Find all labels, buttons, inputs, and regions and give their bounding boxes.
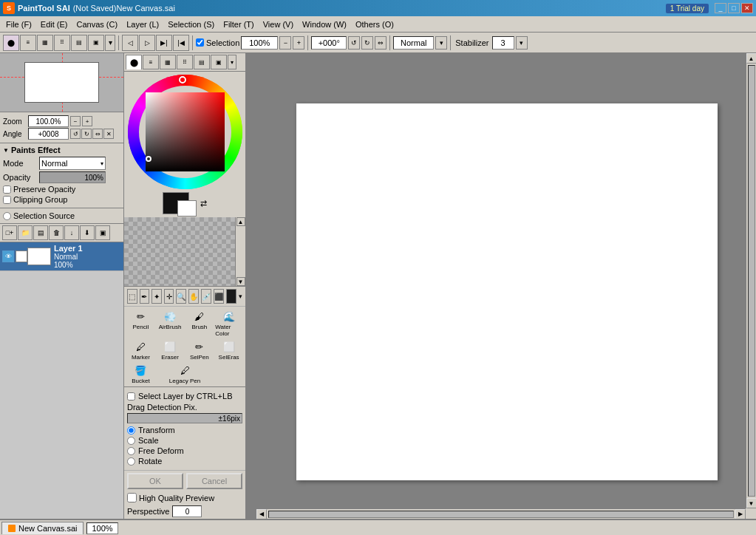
stabilizer-value-box[interactable]: 3 xyxy=(492,36,514,50)
move-tool-btn[interactable]: ✛ xyxy=(164,289,174,304)
layer-item[interactable]: 👁 ✏ Layer 1 Normal 100% xyxy=(0,242,123,271)
color-square[interactable] xyxy=(146,92,225,171)
select-layer-check[interactable] xyxy=(127,392,135,401)
angle-value[interactable]: +0008 xyxy=(28,128,69,140)
zoom-minus-btn[interactable]: − xyxy=(279,36,291,50)
close-button[interactable]: ✕ xyxy=(741,3,753,13)
swatches-btn[interactable]: ▤ xyxy=(71,35,87,51)
menu-edit[interactable]: Edit (E) xyxy=(36,18,72,30)
color-wheel-container[interactable] xyxy=(128,75,242,189)
eyedropper-btn[interactable]: 💉 xyxy=(201,289,211,304)
marker-tool[interactable]: 🖊 Marker xyxy=(126,338,155,361)
magic-wand-btn[interactable]: ✦ xyxy=(151,289,162,304)
watercolor-tool[interactable]: 🌊 Water Color xyxy=(214,308,243,338)
zoom-nav-value[interactable]: 100.0% xyxy=(28,115,69,127)
airbrush-tool[interactable]: 💨 AirBrush xyxy=(156,308,185,338)
perspective-value[interactable]: 0 xyxy=(172,505,202,517)
layer-edit-icon[interactable]: ✏ xyxy=(16,251,27,262)
angle-ccw-btn[interactable]: ↺ xyxy=(70,129,81,139)
color-tab-hsv[interactable]: ≡ xyxy=(143,55,159,69)
preserve-opacity-check[interactable] xyxy=(3,185,11,194)
rotation-value-box[interactable]: +000° xyxy=(311,36,347,50)
minimize-button[interactable]: _ xyxy=(715,3,726,13)
stabilizer-down-btn[interactable]: ▾ xyxy=(516,36,528,50)
hscroll-right-btn[interactable]: ▶ xyxy=(735,509,746,519)
flatten-btn[interactable]: ⬇ xyxy=(80,225,95,240)
canvas-tab[interactable]: New Canvas.sai xyxy=(1,522,84,534)
new-folder-btn[interactable]: 📁 xyxy=(18,225,33,240)
ok-button[interactable]: OK xyxy=(127,473,183,489)
selection-tool-btn[interactable]: ⬚ xyxy=(127,289,137,304)
nav-back-btn[interactable]: ◁ xyxy=(122,35,138,51)
nav-end-btn[interactable]: ▶| xyxy=(156,35,172,51)
menu-file[interactable]: File (F) xyxy=(1,18,36,30)
brush-scroll-up[interactable]: ▲ xyxy=(236,217,245,226)
grab-tool-btn[interactable]: ✋ xyxy=(188,289,199,304)
color-tab-more[interactable]: ▾ xyxy=(228,55,236,69)
scale-radio[interactable] xyxy=(127,437,135,445)
brush-scroll-down[interactable]: ▼ xyxy=(236,277,245,286)
selection-source-radio[interactable] xyxy=(3,212,11,220)
swap-colors-btn[interactable]: ⇄ xyxy=(200,199,207,208)
clipping-group-check[interactable] xyxy=(3,196,11,204)
color-tab-wheel[interactable]: ⬤ xyxy=(126,55,142,69)
selection-checkbox[interactable] xyxy=(196,38,204,47)
color-circle-btn[interactable]: ⬤ xyxy=(3,35,19,51)
layer-visibility-icon[interactable]: 👁 xyxy=(2,251,14,262)
vscroll-down-btn[interactable]: ▼ xyxy=(746,498,757,508)
rotate-ccw-btn[interactable]: ↺ xyxy=(348,36,360,50)
vscroll-up-btn[interactable]: ▲ xyxy=(746,53,757,64)
menu-filter[interactable]: Filter (T) xyxy=(219,18,259,30)
hsv-btn[interactable]: ≡ xyxy=(20,35,36,51)
canvas-hscrollbar[interactable]: ◀ ▶ xyxy=(256,508,746,519)
menu-others[interactable]: Others (O) xyxy=(351,18,398,30)
canvas-vscrollbar[interactable]: ▲ ▼ xyxy=(746,53,756,508)
vscroll-track[interactable] xyxy=(748,65,755,497)
angle-cw-btn[interactable]: ↻ xyxy=(81,129,92,139)
angle-reset-btn[interactable]: ✕ xyxy=(103,129,114,139)
eraser-tool[interactable]: ⬜ Eraser xyxy=(156,338,185,361)
nav-forward-btn[interactable]: ▷ xyxy=(139,35,155,51)
opacity-bar[interactable]: 100% xyxy=(39,171,106,183)
color-tab-rgb[interactable]: ▦ xyxy=(160,55,176,69)
menu-selection[interactable]: Selection (S) xyxy=(163,18,219,30)
zoom-value-box[interactable]: 100% xyxy=(241,36,278,50)
zoom-plus-btn[interactable]: + xyxy=(293,36,304,50)
menu-canvas[interactable]: Canvas (C) xyxy=(72,18,123,30)
color-tab-palette[interactable]: ⠿ xyxy=(177,55,193,69)
camera-btn[interactable]: ▣ xyxy=(88,35,104,51)
rgb-btn[interactable]: ▦ xyxy=(37,35,53,51)
secondary-color-swatch[interactable] xyxy=(177,200,197,217)
fill-btn[interactable]: ⬛ xyxy=(214,289,224,304)
menu-view[interactable]: View (V) xyxy=(259,18,298,30)
rotate-cw-btn[interactable]: ↻ xyxy=(361,36,373,50)
tool-color-box[interactable] xyxy=(226,289,236,304)
hq-preview-check[interactable] xyxy=(127,493,137,502)
dropdown-btn[interactable]: ▾ xyxy=(105,35,115,51)
mode-down-btn[interactable]: ▾ xyxy=(435,36,447,50)
color-tab-camera[interactable]: ▣ xyxy=(211,55,227,69)
zoom-nav-plus[interactable]: + xyxy=(82,116,92,126)
drawing-canvas[interactable] xyxy=(296,103,718,480)
delete-layer-btn[interactable]: 🗑 xyxy=(49,225,64,240)
mode-select[interactable]: Normal ▾ xyxy=(39,157,106,170)
mode-value-box[interactable]: Normal xyxy=(393,36,434,50)
palette-btn[interactable]: ⠿ xyxy=(54,35,70,51)
flip-h-btn[interactable]: ⇔ xyxy=(375,36,386,50)
drag-detection-bar[interactable]: ±16pix xyxy=(127,413,242,423)
maximize-button[interactable]: □ xyxy=(728,3,740,13)
color-tab-swatches[interactable]: ▤ xyxy=(194,55,210,69)
layer-props-btn[interactable]: ▣ xyxy=(95,225,110,240)
pencil-tool[interactable]: ✏ Pencil xyxy=(126,308,155,338)
lasso-tool-btn[interactable]: ✒ xyxy=(140,289,150,304)
zoom-nav-minus[interactable]: − xyxy=(70,116,81,126)
zoom-tool-btn[interactable]: 🔍 xyxy=(176,289,186,304)
merge-btn[interactable]: ↓ xyxy=(64,225,79,240)
selpen-tool[interactable]: ✏ SelPen xyxy=(185,338,214,361)
menu-window[interactable]: Window (W) xyxy=(298,18,351,30)
transform-radio[interactable] xyxy=(127,426,135,435)
rotate-radio[interactable] xyxy=(127,457,135,466)
legacy-pen-tool[interactable]: 🖊 Legacy Pen xyxy=(156,362,214,385)
free-deform-radio[interactable] xyxy=(127,447,135,455)
menu-layer[interactable]: Layer (L) xyxy=(122,18,163,30)
